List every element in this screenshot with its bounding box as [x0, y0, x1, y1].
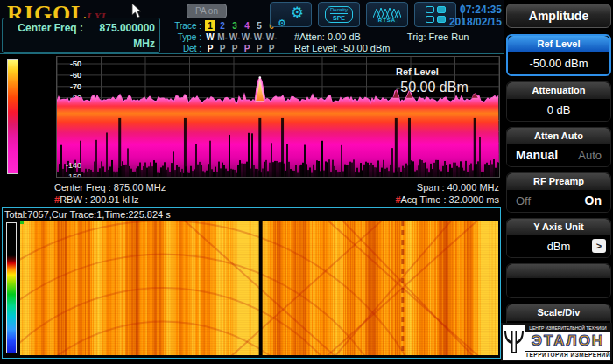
sidebar-atten-auto-option-auto[interactable]: Auto: [578, 144, 602, 166]
sidebar-item-y-axis-unit-label: Y Axis Unit: [507, 219, 610, 235]
density-color-scale: [7, 60, 18, 174]
ref-level-readout: Ref Level: -50.00 dBm: [294, 43, 503, 54]
center-freq-value[interactable]: 875.000000 MHz: [83, 20, 159, 52]
det-values: PPPPPP: [204, 43, 278, 54]
settings-gear-button[interactable]: ⚙⚙: [270, 2, 312, 27]
trace-number-3[interactable]: 3: [229, 20, 241, 32]
sidebar-item-blank[interactable]: [506, 263, 611, 298]
trace-det-2: P: [216, 43, 229, 54]
type-label: Type :: [163, 32, 201, 43]
frequency-panel: Center Freq : 875.000000 MHz Span : 40.0…: [2, 18, 160, 53]
trace-label: Trace :: [163, 20, 201, 32]
ref-level-overlay: Ref Level -50.00 dBm: [396, 66, 469, 95]
det-row: Det : PPPPPP: [163, 43, 285, 54]
spectrogram-canvas: [20, 220, 498, 355]
watermark-bottom-line: ТЕРРИТОРИЯ ИЗМЕРЕНИЙ: [525, 351, 610, 359]
trace-det-1: P: [204, 43, 216, 54]
time-text: 07:24:35: [449, 4, 502, 16]
info-row-2: #RBW : 200.91 kHz #Acq Time : 32.0000 ms: [0, 193, 504, 206]
sidebar-atten-auto-option-manual[interactable]: Manual: [516, 144, 558, 166]
sidebar-item-rf-preamp[interactable]: RF PreampOffOn: [506, 172, 611, 213]
spectrum-section: -50-60-70-80-90-100-110-120-130-140-150-…: [0, 54, 504, 179]
sidebar-item-attenuation[interactable]: Attenuation0 dB: [506, 81, 611, 122]
ref-level-overlay-label: Ref Level: [396, 66, 469, 77]
mouse-cursor-icon: [131, 3, 143, 22]
trace-number-5[interactable]: 5: [253, 20, 265, 32]
current-trace-marker: [20, 220, 24, 224]
sidebar-item-atten-auto-label: Atten Auto: [507, 128, 610, 144]
rtsa-waveform-icon: [373, 6, 401, 18]
rtsa-label: RTSA: [376, 18, 398, 23]
sidebar-item-rf-preamp-label: RF Preamp: [507, 173, 610, 190]
trace-type-6: W-: [265, 32, 278, 43]
sidebar-item-attenuation-label: Attenuation: [507, 82, 610, 99]
svg-text:-60: -60: [70, 71, 81, 80]
grid-squares-icon: [426, 6, 446, 23]
trace-det-3: P: [229, 43, 241, 54]
trace-det-6: P: [265, 43, 278, 54]
softkey-items: Ref Level-50.00 dBmAttenuation0 dBAtten …: [506, 34, 611, 344]
trace-row: Trace : 123456: [163, 20, 285, 32]
sidebar-item-scale-div-label: Scale/Div: [507, 304, 610, 321]
softkey-sidebar: Amplitude Ref Level-50.00 dBmAttenuation…: [504, 0, 613, 364]
etalon-trident-icon: [503, 325, 525, 360]
date-text: 2018/02/15: [449, 16, 502, 28]
spectrogram-color-scale: [6, 222, 17, 354]
trace-type-5: W-: [253, 32, 265, 43]
center-freq-row: Center Freq : 875.000000 MHz: [3, 20, 159, 52]
trace-det-4: P: [241, 43, 253, 54]
svg-text:-50: -50: [70, 60, 81, 68]
chevron-right-icon[interactable]: >: [592, 239, 606, 253]
svg-text:-70: -70: [70, 82, 81, 91]
measurement-info: Center Freq : 875.00 MHz Span : 40.000 M…: [0, 179, 504, 207]
sidebar-item-atten-auto[interactable]: Atten AutoManualAuto: [506, 127, 611, 167]
sidebar-item-atten-auto-value: ManualAuto: [507, 144, 610, 166]
sidebar-rf-preamp-option-on[interactable]: On: [585, 190, 602, 212]
svg-text:-140: -140: [66, 161, 81, 170]
sidebar-item-y-axis-unit-value: dBm>: [507, 235, 610, 257]
info-row-1: Center Freq : 875.00 MHz Span : 40.000 M…: [0, 181, 504, 193]
trace-type-3: W-: [229, 32, 241, 43]
trace-type-1: W: [204, 32, 216, 43]
center-freq-label: Center Freq :: [3, 20, 83, 52]
trig-readout: Trig: Free Run: [407, 32, 469, 42]
trace-number-2[interactable]: 2: [216, 20, 229, 32]
sidebar-item-blank-value: [507, 278, 610, 298]
trace-type-2: M-: [216, 32, 229, 43]
header-bar: RIGOL LXI PA on Center Freq : 875.000000…: [0, 0, 504, 54]
sidebar-item-ref-level[interactable]: Ref Level-50.00 dBm: [506, 34, 611, 76]
menu-title-amplitude: Amplitude: [506, 4, 611, 28]
sidebar-item-ref-level-value: -50.00 dBm: [508, 52, 609, 74]
main-column: RIGOL LXI PA on Center Freq : 875.000000…: [0, 0, 504, 364]
gear-icon: ⚙⚙: [278, 4, 304, 25]
rbw-footer: #RBW : 200.91 kHz: [54, 193, 139, 206]
ref-level-overlay-value: -50.00 dBm: [396, 80, 469, 95]
rtsa-mode-button[interactable]: RTSA: [366, 2, 408, 27]
spectrogram-content: [3, 220, 500, 357]
atten-readout: #Atten: 0.00 dB: [294, 32, 405, 43]
density-spe-button[interactable]: Density SPE: [318, 2, 360, 27]
etalon-text-block: ЦЕНТР ИЗМЕРИТЕЛЬНОЙ ТЕХНИКИ ЭТАЛОН ТЕРРИ…: [525, 325, 610, 360]
trace-number-1[interactable]: 1: [205, 20, 215, 32]
pa-on-button[interactable]: PA on: [187, 4, 227, 18]
clock-display: 07:24:35 2018/02/15: [449, 4, 502, 28]
span-footer: Span : 40.000 MHz: [417, 181, 499, 193]
trace-numbers[interactable]: 123456: [204, 20, 278, 32]
trace-det-5: P: [253, 43, 265, 54]
settings-readout: #Atten: 0.00 dB Trig: Free Run Ref Level…: [294, 32, 503, 54]
spectrogram-status: Total:7057,Cur Trace:1,Time:225.824 s: [3, 208, 500, 220]
sidebar-item-rf-preamp-value: OffOn: [507, 190, 610, 212]
sidebar-item-y-axis-unit[interactable]: Y Axis UnitdBm>: [506, 218, 611, 258]
density-spe-icon: Density SPE: [325, 6, 353, 23]
center-freq-footer: Center Freq : 875.00 MHz: [54, 181, 166, 193]
type-values: WM-W-W-W-W-: [204, 32, 278, 43]
trace-number-4[interactable]: 4: [241, 20, 253, 32]
sidebar-item-attenuation-value: 0 dB: [507, 99, 610, 121]
analyzer-screen: RIGOL LXI PA on Center Freq : 875.000000…: [0, 0, 613, 364]
trace-panel: Trace : 123456 Type : WM-W-W-W-W- Det : …: [163, 20, 285, 54]
sidebar-rf-preamp-option-off[interactable]: Off: [516, 190, 531, 212]
det-label: Det :: [163, 43, 201, 54]
type-row: Type : WM-W-W-W-W-: [163, 32, 285, 43]
watermark-brand: ЭТАЛОН: [525, 332, 610, 351]
etalon-watermark: ЦЕНТР ИЗМЕРИТЕЛЬНОЙ ТЕХНИКИ ЭТАЛОН ТЕРРИ…: [501, 323, 612, 361]
